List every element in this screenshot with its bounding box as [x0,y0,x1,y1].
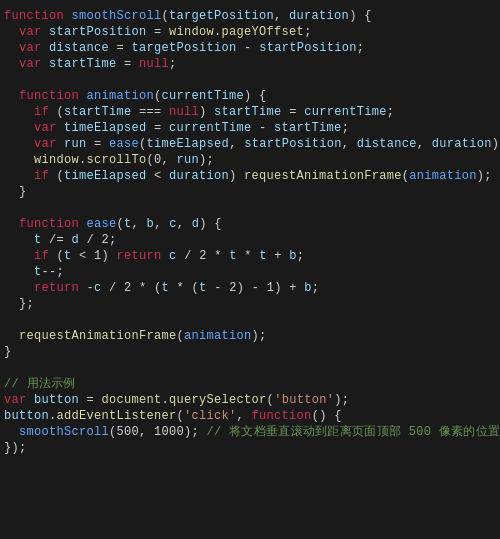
code-line: requestAnimationFrame(animation); [0,328,500,344]
token-var-name: t [34,265,42,279]
token-plain: / 2 * ( [102,281,162,295]
token-plain: - [79,281,94,295]
token-plain: } [4,345,12,359]
code-line: if (t < 1) return c / 2 * t * t + b; [0,248,500,264]
token-var-name: distance [357,137,417,151]
token-var-name: duration [289,9,349,23]
token-method: requestAnimationFrame [244,169,402,183]
token-var-name: button [4,409,49,423]
token-method: requestAnimationFrame [19,329,177,343]
token-plain: }); [4,441,27,455]
token-var-name: startTime [49,57,117,71]
token-plain [4,249,34,263]
token-var-name: t [124,217,132,231]
token-comment: // 用法示例 [4,377,76,391]
token-plain: * [237,249,260,263]
token-plain [79,217,87,231]
token-plain: = [109,41,132,55]
token-plain: = [117,57,140,71]
token-var-name: startTime [64,105,132,119]
token-var-name: timeElapsed [64,121,147,135]
token-fn: animation [87,89,155,103]
code-content: }); [4,440,496,456]
token-plain: , [417,137,432,151]
token-plain: ) [229,169,244,183]
token-plain: (0, [147,153,177,167]
token-plain [4,137,34,151]
token-plain: < 1) [72,249,117,263]
token-plain: - 2) - 1) + [207,281,305,295]
token-plain: < [147,169,170,183]
token-plain [4,41,19,55]
token-plain: ; [297,249,305,263]
token-var-name: c [94,281,102,295]
code-content [4,312,496,328]
token-plain: = [282,105,305,119]
token-plain: ( [49,249,64,263]
token-var-name: t [64,249,72,263]
token-var-name: duration [432,137,492,151]
token-builtin: document [102,393,162,407]
token-var-name: timeElapsed [147,137,230,151]
token-kw: var [34,121,57,135]
token-var-name: currentTime [169,121,252,135]
code-content [4,200,496,216]
token-fn: animation [409,169,477,183]
code-line: if (startTime === null) startTime = curr… [0,104,500,120]
token-var-name: timeElapsed [64,169,147,183]
code-content: var startPosition = window.pageYOffset; [4,24,496,40]
token-plain: = [147,121,170,135]
token-builtin: window [34,153,79,167]
token-var-name: run [177,153,200,167]
token-plain: --; [42,265,65,279]
token-var-name: currentTime [162,89,245,103]
token-plain: ; [357,41,365,55]
code-content: }; [4,296,496,312]
token-plain: ( [139,137,147,151]
token-var-name: t [229,249,237,263]
token-plain: . [214,25,222,39]
token-plain [79,89,87,103]
code-content: function smoothScroll(targetPosition, du… [4,8,496,24]
token-kw: if [34,249,49,263]
token-plain: ); [252,329,267,343]
token-plain: , [237,409,252,423]
code-content: window.scrollTo(0, run); [4,152,496,168]
code-content: } [4,344,496,360]
token-plain [42,57,50,71]
code-content: // 用法示例 [4,376,496,392]
token-plain: , [177,217,192,231]
token-plain [57,137,65,151]
token-plain: ; [387,105,395,119]
code-line: window.scrollTo(0, run); [0,152,500,168]
token-plain: /= [42,233,72,247]
token-var-name: startPosition [49,25,147,39]
code-content: } [4,184,496,200]
code-content: return -c / 2 * (t * (t - 2) - 1) + b; [4,280,496,296]
code-content: function animation(currentTime) { [4,88,496,104]
token-plain [4,105,34,119]
code-line: function animation(currentTime) { [0,88,500,104]
token-plain: ; [342,121,350,135]
token-plain: }; [4,297,34,311]
token-plain: () { [312,409,342,423]
token-plain: * ( [169,281,199,295]
code-content: var run = ease(timeElapsed, startPositio… [4,136,500,152]
token-kw: function [4,9,64,23]
code-line: var startPosition = window.pageYOffset; [0,24,500,40]
token-var-name: startTime [214,105,282,119]
token-fn: smoothScroll [19,425,109,439]
token-plain: ( [162,9,170,23]
token-plain [4,233,34,247]
token-var-name: b [304,281,312,295]
token-kw: null [139,57,169,71]
code-line: return -c / 2 * (t * (t - 2) - 1) + b; [0,280,500,296]
code-content: smoothScroll(500, 1000); // 将文档垂直滚动到距离页面… [4,424,500,440]
token-var-name: currentTime [304,105,387,119]
token-str: 'button' [274,393,334,407]
token-var-name: startPosition [259,41,357,55]
token-kw: return [34,281,79,295]
token-plain [162,249,170,263]
token-var-name: t [34,233,42,247]
code-line: if (timeElapsed < duration) requestAnima… [0,168,500,184]
